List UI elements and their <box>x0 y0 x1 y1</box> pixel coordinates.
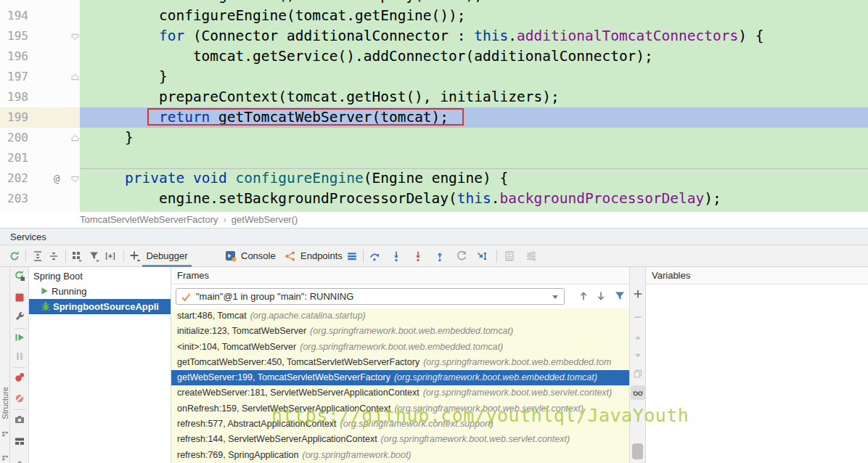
duplicate-icon[interactable] <box>633 369 643 379</box>
code-token: (Connector additionalConnector : <box>184 28 474 44</box>
collapse-all-icon[interactable] <box>48 250 60 262</box>
code-line[interactable]: } <box>80 67 868 87</box>
step-out-icon[interactable] <box>434 250 446 262</box>
code-line[interactable]: for (Connector additionalConnector : thi… <box>80 26 868 46</box>
fold-open-icon[interactable] <box>70 32 80 41</box>
rerun-icon[interactable] <box>9 250 20 262</box>
move-down-icon[interactable] <box>633 351 643 361</box>
code-line[interactable]: private void configureEngine(Engine engi… <box>80 168 868 189</box>
frame-row-selected[interactable]: getWebServer:199, TomcatServletWebServer… <box>171 370 629 385</box>
code-token: tomcat.getService().addConnector(additio… <box>91 48 653 65</box>
code-line[interactable]: return getTomcatWebServer(tomcat); <box>80 107 868 128</box>
open-frame-icon[interactable] <box>105 250 116 262</box>
frame-row[interactable]: initialize:123, TomcatWebServer(org.spri… <box>171 324 629 339</box>
line-number: 203 <box>7 189 28 209</box>
frame-row[interactable]: onRefresh:159, ServletWebServerApplicati… <box>171 401 629 417</box>
thread-up-icon[interactable] <box>578 290 589 302</box>
thread-selector[interactable]: "main"@1 in group "main": RUNNING <box>176 288 565 305</box>
expand-all-icon[interactable] <box>32 250 44 262</box>
add-service-icon[interactable] <box>129 250 141 262</box>
tree-item-spring-boot[interactable]: Spring Boot <box>29 269 171 284</box>
frame-method: <init>:104, TomcatWebServer <box>177 342 296 352</box>
frame-package: (org.springframework.context.support) <box>340 419 494 429</box>
ide-window: 194195196197198199200201202@203 tomcat.g… <box>0 0 868 463</box>
tool-window-stripe[interactable]: Structure <box>0 267 10 463</box>
code-line[interactable]: } <box>80 128 868 148</box>
endpoints-icon[interactable] <box>284 250 296 262</box>
code-token <box>184 170 193 187</box>
breadcrumb-class[interactable]: TomcatServletWebServerFactory <box>80 214 218 225</box>
run-to-cursor-icon[interactable] <box>476 250 488 262</box>
mute-breakpoints-icon[interactable] <box>14 393 25 404</box>
gutter-row: 201 <box>0 148 80 168</box>
code-line[interactable]: prepareContext(tomcat.getHost(), initial… <box>80 87 868 107</box>
group-by-icon[interactable] <box>71 250 83 262</box>
gutter-row: 196 <box>0 46 80 67</box>
filter-icon[interactable] <box>89 250 100 262</box>
code-line[interactable]: configureEngine(tomcat.getEngine()); <box>80 6 868 26</box>
pause-icon[interactable] <box>14 351 25 362</box>
stop-icon[interactable] <box>14 292 25 303</box>
partial-icon[interactable] <box>14 457 25 463</box>
add-watch-icon[interactable] <box>633 289 643 299</box>
chevron-down-icon[interactable] <box>552 295 558 299</box>
services-tree: Spring Boot Running SpringbootSourceAppl… <box>29 267 171 463</box>
tab-endpoints[interactable]: Endpoints <box>300 245 343 267</box>
thread-filter-icon[interactable] <box>614 290 626 302</box>
structure-stripe-label[interactable]: Structure <box>1 387 9 419</box>
frame-package: (org.springframework.boot.web.servlet.co… <box>381 434 570 444</box>
code-token: this <box>474 28 508 44</box>
thread-down-icon[interactable] <box>595 290 607 302</box>
wrench-icon[interactable] <box>14 311 25 322</box>
code-line[interactable] <box>80 148 868 168</box>
hidden-tabs-icon[interactable] <box>346 250 358 262</box>
stripe-mini-icon[interactable] <box>1 430 9 438</box>
code-line[interactable]: tomcat.getService().addConnector(additio… <box>80 46 868 67</box>
editor-code-area[interactable]: tomcat.getHost().setAutoDeploy(false); c… <box>80 0 868 212</box>
frame-row[interactable]: start:486, Tomcat(org.apache.catalina.st… <box>171 308 629 324</box>
stripe-mini-icon[interactable] <box>1 454 9 462</box>
frame-row[interactable]: refresh:144, ServletWebServerApplication… <box>171 432 629 447</box>
fold-open-icon[interactable] <box>70 174 80 184</box>
tree-item-application[interactable]: SpringbootSourceAppli <box>29 299 171 314</box>
code-line[interactable]: tomcat.getHost().setAutoDeploy(false); <box>80 0 868 6</box>
gutter-row: 195 <box>0 26 80 46</box>
tab-debugger[interactable]: Debugger <box>142 245 192 267</box>
rerun-debug-icon[interactable] <box>14 270 25 282</box>
settings-icon[interactable] <box>525 250 537 262</box>
code-line[interactable]: engine.setBackgroundProcessorDelay(this.… <box>80 189 868 209</box>
drop-frame-icon[interactable] <box>456 250 467 262</box>
gutter-row: 202@ <box>0 168 80 189</box>
frame-row[interactable]: refresh:577, AbstractApplicationContext(… <box>171 417 629 432</box>
scrollbar-thumb[interactable] <box>632 443 643 459</box>
thread-dump-camera-icon[interactable] <box>14 414 25 425</box>
fold-close-icon[interactable] <box>70 73 80 82</box>
remove-watch-icon[interactable] <box>633 312 643 322</box>
evaluate-expression-icon[interactable] <box>504 250 515 262</box>
breadcrumb-method[interactable]: getWebServer() <box>232 214 298 225</box>
frame-method: refresh:769, SpringApplication <box>177 450 298 460</box>
frame-row[interactable]: getTomcatWebServer:450, TomcatServletWeb… <box>171 355 629 370</box>
code-token: configureEngine(tomcat.getEngine()); <box>91 7 466 24</box>
tree-item-running[interactable]: Running <box>29 284 171 299</box>
frame-row[interactable]: <init>:104, TomcatWebServer(org.springfr… <box>171 340 629 355</box>
breadcrumb: TomcatServletWebServerFactory›getWebServ… <box>0 212 868 228</box>
gutter-row: 200 <box>0 128 80 148</box>
layout-icon[interactable] <box>14 435 25 447</box>
frame-row[interactable]: createWebServer:181, ServletWebServerApp… <box>171 385 629 401</box>
step-into-icon[interactable] <box>390 250 402 262</box>
view-breakpoints-icon[interactable] <box>14 372 25 383</box>
variables-header: Variables <box>646 267 868 284</box>
console-icon[interactable] <box>225 250 237 262</box>
show-watches-icon[interactable] <box>633 388 643 398</box>
thread-row: "main"@1 in group "main": RUNNING <box>171 284 629 308</box>
force-step-into-icon[interactable] <box>412 250 424 262</box>
frame-row[interactable]: refresh:769, SpringApplication(org.sprin… <box>171 448 629 463</box>
frame-package: (org.springframework.boot) <box>302 450 411 460</box>
annotation-at-icon: @ <box>54 168 60 189</box>
step-over-icon[interactable] <box>369 250 380 262</box>
move-up-icon[interactable] <box>633 332 643 343</box>
tab-console[interactable]: Console <box>241 245 276 267</box>
resume-icon[interactable] <box>14 332 25 343</box>
fold-close-icon[interactable] <box>70 134 80 143</box>
